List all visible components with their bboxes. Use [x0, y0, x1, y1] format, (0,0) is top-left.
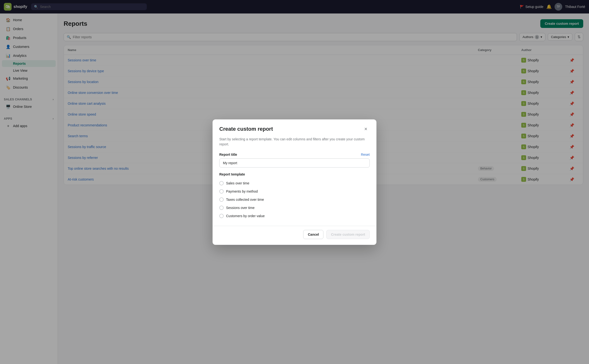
modal-body: Start by selecting a report template. Yo… — [213, 137, 376, 226]
radio-sessions-over-time[interactable]: Sessions over time — [219, 204, 370, 212]
create-report-button: Create custom report — [326, 230, 370, 239]
radio-circle — [219, 181, 224, 185]
modal-overlay[interactable]: Create custom report × Start by selectin… — [0, 0, 589, 364]
radio-label: Sales over time — [226, 181, 249, 185]
cancel-button[interactable]: Cancel — [303, 230, 323, 239]
radio-circle — [219, 197, 224, 202]
radio-circle — [219, 189, 224, 194]
modal-title: Create custom report — [219, 126, 273, 132]
radio-label: Payments by method — [226, 189, 258, 193]
report-title-label: Report title — [219, 153, 237, 156]
radio-circle — [219, 214, 224, 218]
radio-customers-by-order-value[interactable]: Customers by order value — [219, 212, 370, 220]
report-title-input[interactable] — [219, 158, 370, 168]
modal-header: Create custom report × — [213, 119, 376, 137]
radio-sales-over-time[interactable]: Sales over time — [219, 179, 370, 187]
radio-label: Sessions over time — [226, 206, 254, 210]
report-template-label: Report template — [219, 172, 370, 176]
radio-taxes-collected[interactable]: Taxes collected over time — [219, 195, 370, 204]
radio-label: Taxes collected over time — [226, 198, 264, 202]
modal-description: Start by selecting a report template. Yo… — [219, 137, 370, 147]
radio-payments-by-method[interactable]: Payments by method — [219, 187, 370, 195]
create-report-modal: Create custom report × Start by selectin… — [213, 119, 376, 245]
reset-button[interactable]: Reset — [361, 153, 370, 156]
report-title-row: Report title Reset — [219, 153, 370, 156]
radio-circle — [219, 206, 224, 210]
radio-label: Customers by order value — [226, 214, 265, 218]
modal-close-button[interactable]: × — [362, 125, 370, 133]
modal-footer: Cancel Create custom report — [213, 226, 376, 245]
